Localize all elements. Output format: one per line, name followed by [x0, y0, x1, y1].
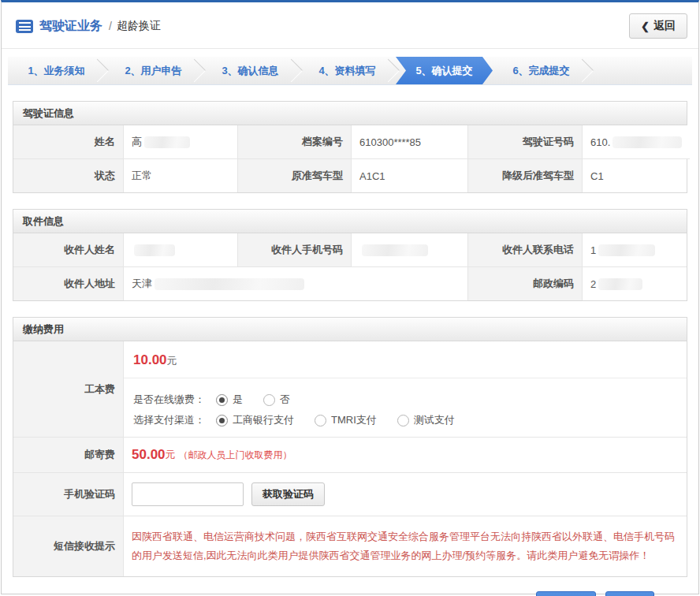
file-number-label: 档案编号: [238, 125, 352, 159]
downgraded-class-value: C1: [583, 159, 687, 192]
recipient-mobile-value: [352, 233, 468, 267]
page-container: 驾驶证业务 / 超龄换证 ❮ 返回 1、业务须知 2、用户申告 3、确认信息 4…: [1, 0, 699, 594]
cost-fee-row: 工本费 10.00元 是否在线缴费： 是 否 选择支付渠道： 工商银行支付 TM…: [13, 341, 687, 438]
online-payment-question: 是否在线缴费：: [133, 393, 205, 407]
step-3-confirm-info[interactable]: 3、确认信息: [202, 57, 299, 84]
recipient-address-value: 天津: [124, 267, 468, 300]
breadcrumb-current: 超龄换证: [117, 19, 161, 33]
captcha-label: 手机验证码: [13, 473, 124, 516]
chevron-left-icon: ❮: [641, 20, 650, 32]
finish-button[interactable]: 完成: [605, 591, 654, 596]
redaction-blur: [598, 244, 655, 256]
sms-notice-label: 短信接收提示: [13, 516, 124, 576]
payment-options: 是否在线缴费： 是 否 选择支付渠道： 工商银行支付 TMRI支付 测试支付: [124, 378, 687, 437]
radio-unchecked-icon[interactable]: [263, 394, 275, 406]
postcode-label: 邮政编码: [468, 267, 583, 300]
downgraded-class-label: 降级后准驾车型: [468, 159, 583, 192]
postage-unit: 元: [166, 448, 176, 462]
license-row-2: 状态 正常 原准驾车型 A1C1 降级后准驾车型 C1: [13, 159, 687, 192]
radio-checked-icon[interactable]: [216, 415, 228, 427]
cost-unit: 元: [167, 355, 177, 367]
cost-amount: 10.00: [133, 352, 167, 367]
sms-notice-text: 因陕西省联通、电信运营商技术问题，陕西省互联网交通安全综合服务管理平台无法向持陕…: [132, 526, 679, 567]
name-label: 姓名: [13, 125, 124, 159]
step-2-declare[interactable]: 2、用户申告: [105, 57, 202, 84]
cost-fee-label: 工本费: [13, 341, 124, 438]
postcode-value: 2: [583, 267, 687, 300]
step-6-done[interactable]: 6、完成提交: [493, 57, 590, 84]
page-header: 驾驶证业务 / 超龄换证 ❮ 返回: [2, 2, 698, 49]
cost-amount-block: 10.00元: [124, 341, 687, 378]
captcha-value-cell: 获取验证码: [124, 473, 687, 516]
step-4-fill-data[interactable]: 4、资料填写: [299, 57, 396, 84]
previous-step-button[interactable]: 上一步: [536, 591, 596, 596]
recipient-address-label: 收件人地址: [13, 267, 124, 300]
postage-note: （邮政人员上门收取费用）: [179, 449, 292, 462]
license-info-section: 驾驶证信息 姓名 高 档案编号 610300****85 驾驶证号码 610. …: [13, 101, 687, 193]
list-icon: [16, 20, 33, 33]
cost-fee-value: 10.00元 是否在线缴费： 是 否 选择支付渠道： 工商银行支付 TMRI支付…: [124, 341, 687, 438]
sms-notice-row: 短信接收提示 因陕西省联通、电信运营商技术问题，陕西省互联网交通安全综合服务管理…: [13, 516, 687, 576]
redaction-blur: [144, 136, 190, 148]
pickup-section-title: 取件信息: [13, 210, 687, 233]
original-class-value: A1C1: [352, 159, 468, 192]
license-number-value: 610.: [583, 125, 690, 159]
radio-unchecked-icon[interactable]: [397, 415, 409, 427]
breadcrumb-separator: /: [109, 20, 112, 32]
back-button[interactable]: ❮ 返回: [629, 13, 687, 39]
original-class-label: 原准驾车型: [238, 159, 352, 192]
pickup-row-2: 收件人地址 天津 邮政编码 2: [13, 267, 687, 300]
postage-fee-value: 50.00元 （邮政人员上门收取费用）: [124, 438, 687, 473]
step-5-confirm-submit[interactable]: 5、确认提交: [396, 57, 493, 84]
redaction-blur: [155, 278, 304, 290]
status-label: 状态: [13, 159, 124, 192]
license-number-label: 驾驶证号码: [468, 125, 583, 159]
online-yes-option[interactable]: 是: [216, 393, 243, 407]
redaction-blur: [598, 278, 642, 290]
pickup-row-1: 收件人姓名 收件人手机号码 收件人联系电话 1: [13, 233, 687, 267]
postage-fee-row: 邮寄费 50.00元 （邮政人员上门收取费用）: [13, 438, 687, 473]
redaction-blur: [362, 244, 428, 256]
recipient-name-value: [124, 233, 238, 267]
fees-section-title: 缴纳费用: [13, 318, 687, 341]
redaction-blur: [134, 244, 175, 256]
footer-actions: 上一步 完成: [2, 577, 698, 596]
license-row-1: 姓名 高 档案编号 610300****85 驾驶证号码 610.: [13, 125, 687, 159]
captcha-row: 手机验证码 获取验证码: [13, 473, 687, 516]
step-separator-icon: [377, 59, 400, 83]
channel-tmri-option[interactable]: TMRI支付: [315, 413, 377, 427]
payment-channel-question-row: 选择支付渠道： 工商银行支付 TMRI支付 测试支付: [133, 413, 677, 427]
license-section-title: 驾驶证信息: [13, 102, 687, 125]
step-wizard: 1、业务须知 2、用户申告 3、确认信息 4、资料填写 5、确认提交 6、完成提…: [8, 57, 692, 85]
radio-unchecked-icon[interactable]: [315, 415, 326, 427]
redaction-blur: [612, 136, 682, 148]
radio-checked-icon[interactable]: [216, 394, 228, 406]
status-value: 正常: [124, 159, 238, 192]
file-number-value: 610300****85: [352, 125, 468, 159]
sms-notice-cell: 因陕西省联通、电信运营商技术问题，陕西省互联网交通安全综合服务管理平台无法向持陕…: [124, 516, 687, 576]
recipient-phone-value: 1: [583, 233, 687, 267]
captcha-input[interactable]: [132, 482, 244, 506]
postage-fee-label: 邮寄费: [13, 438, 124, 473]
fees-section: 缴纳费用 工本费 10.00元 是否在线缴费： 是 否 选择支付渠道： 工商银行…: [13, 317, 687, 577]
page-title: 驾驶证业务: [39, 18, 102, 35]
recipient-name-label: 收件人姓名: [13, 233, 124, 267]
online-no-option[interactable]: 否: [263, 393, 290, 407]
step-separator-icon: [571, 59, 594, 83]
step-1-notice[interactable]: 1、业务须知: [8, 57, 105, 84]
postage-amount: 50.00: [132, 447, 166, 463]
recipient-phone-label: 收件人联系电话: [468, 233, 583, 267]
pickup-info-section: 取件信息 收件人姓名 收件人手机号码 收件人联系电话 1 收件人地址 天津 邮政…: [13, 209, 687, 301]
online-payment-question-row: 是否在线缴费： 是 否: [133, 393, 677, 407]
channel-icbc-option[interactable]: 工商银行支付: [216, 413, 294, 427]
payment-channel-question: 选择支付渠道：: [133, 413, 205, 427]
name-value: 高: [124, 125, 238, 159]
get-captcha-button[interactable]: 获取验证码: [251, 482, 325, 506]
back-button-label: 返回: [653, 19, 676, 33]
recipient-mobile-label: 收件人手机号码: [238, 233, 352, 267]
channel-test-option[interactable]: 测试支付: [397, 413, 455, 427]
